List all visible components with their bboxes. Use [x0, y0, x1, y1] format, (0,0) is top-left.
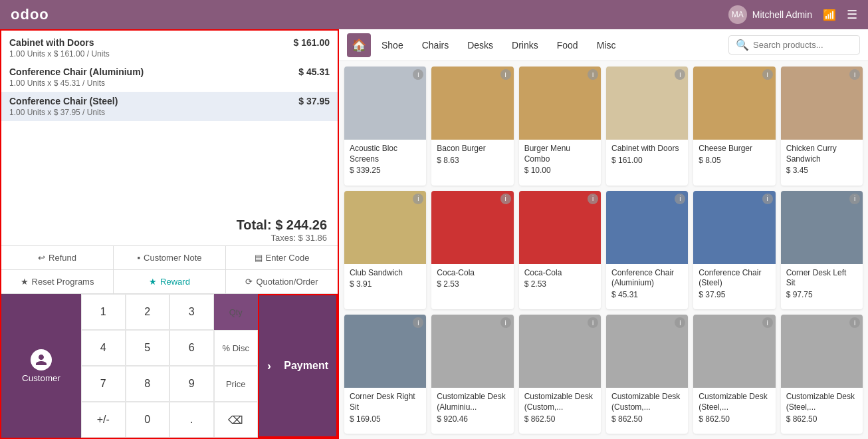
- backspace-button[interactable]: ⌫: [214, 402, 259, 438]
- product-info-badge[interactable]: i: [500, 194, 511, 204]
- num-4[interactable]: 4: [81, 330, 126, 366]
- product-card[interactable]: i Customizable Desk (Custom,... $ 862.50: [519, 315, 601, 434]
- product-price: $ 37.95: [699, 290, 770, 299]
- right-panel: 🏠 Shoe Chairs Desks Drinks Food Misc 🔍 i…: [339, 29, 868, 439]
- quotation-order-button[interactable]: ⟳ Quotation/Order: [226, 270, 338, 293]
- num-2[interactable]: 2: [126, 294, 170, 330]
- product-info-badge[interactable]: i: [762, 317, 773, 328]
- product-name: Conference Chair (Steel): [699, 268, 770, 289]
- product-card[interactable]: i Conference Chair (Aluminium) $ 45.31: [606, 191, 688, 310]
- category-drinks[interactable]: Drinks: [504, 36, 546, 55]
- num-9[interactable]: 9: [169, 366, 214, 402]
- category-chairs[interactable]: Chairs: [414, 36, 457, 55]
- order-item[interactable]: Conference Chair (Aluminium) $ 45.31 1.0…: [1, 63, 338, 92]
- user-menu[interactable]: MA Mitchell Admin: [728, 5, 812, 24]
- num-plusminus[interactable]: +/-: [81, 402, 126, 438]
- main-area: Cabinet with Doors $ 161.00 1.00 Units x…: [0, 29, 868, 439]
- product-info: Conference Chair (Aluminium) $ 45.31: [606, 264, 688, 303]
- price-button[interactable]: Price: [214, 366, 259, 402]
- product-info-badge[interactable]: i: [849, 194, 860, 204]
- wifi-icon: 📶: [823, 9, 836, 21]
- hamburger-menu-icon[interactable]: ☰: [847, 7, 857, 22]
- num-6[interactable]: 6: [169, 330, 214, 366]
- reset-programs-button[interactable]: ★ Reset Programs: [1, 270, 113, 293]
- product-name: Coca-Cola: [524, 268, 596, 279]
- order-item[interactable]: Conference Chair (Steel) $ 37.95 1.00 Un…: [1, 92, 338, 121]
- num-7[interactable]: 7: [81, 366, 126, 402]
- customer-label: Customer: [22, 373, 60, 383]
- num-0[interactable]: 0: [126, 402, 170, 438]
- products-grid: i Acoustic Bloc Screens $ 339.25 i Bacon…: [339, 61, 868, 439]
- customer-note-button[interactable]: ▪ Customer Note: [114, 246, 225, 269]
- product-info-badge[interactable]: i: [413, 194, 423, 204]
- quotation-label: Quotation/Order: [256, 277, 318, 287]
- reward-button[interactable]: ★ Reward: [114, 270, 225, 293]
- product-info-badge[interactable]: i: [849, 69, 860, 80]
- numpad-area: Customer 1 2 3 Qty 4 5 6 % Disc 7 8 9 Pr…: [1, 293, 338, 438]
- refund-icon: ↩: [38, 253, 45, 263]
- product-card[interactable]: i Acoustic Bloc Screens $ 339.25: [344, 67, 426, 186]
- num-5[interactable]: 5: [126, 330, 170, 366]
- enter-code-button[interactable]: ▤ Enter Code: [226, 246, 338, 269]
- customer-button[interactable]: Customer: [1, 294, 81, 438]
- order-item-name: Cabinet with Doors: [9, 37, 94, 48]
- product-card[interactable]: i Corner Desk Right Sit $ 169.05: [344, 315, 426, 434]
- order-item-sub: 1.00 Units x $ 161.00 / Units: [9, 49, 330, 59]
- search-area[interactable]: 🔍: [728, 35, 860, 55]
- reward-star-icon: ★: [149, 277, 157, 287]
- product-info-badge[interactable]: i: [500, 69, 511, 80]
- qty-button[interactable]: Qty: [214, 294, 259, 330]
- product-card[interactable]: i Burger Menu Combo $ 10.00: [519, 67, 601, 186]
- product-card[interactable]: i Customizable Desk (Steel,... $ 862.50: [781, 315, 863, 434]
- product-card[interactable]: i Coca-Cola $ 2.53: [519, 191, 601, 310]
- product-card[interactable]: i Chicken Curry Sandwich $ 3.45: [781, 67, 863, 186]
- product-card[interactable]: i Club Sandwich $ 3.91: [344, 191, 426, 310]
- product-info-badge[interactable]: i: [762, 194, 773, 204]
- product-card[interactable]: i Customizable Desk (Aluminiu... $ 920.4…: [431, 315, 513, 434]
- product-card[interactable]: i Cheese Burger $ 8.05: [693, 67, 775, 186]
- product-info-badge[interactable]: i: [675, 194, 685, 204]
- product-name: Customizable Desk (Aluminiu...: [437, 392, 508, 412]
- order-item-name: Conference Chair (Steel): [9, 96, 118, 106]
- product-info-badge[interactable]: i: [588, 194, 598, 204]
- product-card[interactable]: i Coca-Cola $ 2.53: [431, 191, 513, 310]
- order-item-sub: 1.00 Units x $ 37.95 / Units: [9, 108, 330, 117]
- category-food[interactable]: Food: [549, 36, 586, 55]
- product-price: $ 339.25: [350, 166, 421, 175]
- category-shoe[interactable]: Shoe: [374, 36, 411, 55]
- product-info-badge[interactable]: i: [500, 317, 511, 328]
- product-info-badge[interactable]: i: [588, 69, 598, 80]
- product-card[interactable]: i Corner Desk Left Sit $ 97.75: [781, 191, 863, 310]
- product-card[interactable]: i Bacon Burger $ 8.63: [431, 67, 513, 186]
- product-name: Coca-Cola: [437, 268, 508, 279]
- category-misc[interactable]: Misc: [589, 36, 624, 55]
- num-8[interactable]: 8: [126, 366, 170, 402]
- product-price: $ 2.53: [437, 279, 508, 289]
- product-info-badge[interactable]: i: [762, 69, 773, 80]
- num-dot[interactable]: .: [169, 402, 214, 438]
- action-buttons: ↩ Refund ▪ Customer Note ▤ Enter Code ★ …: [1, 245, 338, 293]
- product-name: Corner Desk Right Sit: [350, 392, 421, 412]
- enter-code-label: Enter Code: [266, 253, 310, 263]
- product-price: $ 8.63: [437, 156, 508, 165]
- product-price: $ 862.50: [699, 414, 770, 424]
- product-info: Coca-Cola $ 2.53: [431, 264, 513, 293]
- payment-button[interactable]: › Payment: [259, 295, 336, 436]
- product-price: $ 920.46: [437, 414, 508, 424]
- product-card[interactable]: i Conference Chair (Steel) $ 37.95: [693, 191, 775, 310]
- num-1[interactable]: 1: [81, 294, 126, 330]
- search-input[interactable]: [753, 40, 853, 50]
- disc-button[interactable]: % Disc: [214, 330, 259, 366]
- home-category-button[interactable]: 🏠: [347, 33, 371, 57]
- product-card[interactable]: i Customizable Desk (Steel,... $ 862.50: [693, 315, 775, 434]
- product-name: Bacon Burger: [437, 144, 508, 154]
- order-item-total: $ 45.31: [298, 67, 330, 77]
- product-price: $ 97.75: [786, 290, 857, 299]
- num-3[interactable]: 3: [169, 294, 214, 330]
- refund-button[interactable]: ↩ Refund: [1, 246, 113, 269]
- numpad: 1 2 3 Qty 4 5 6 % Disc 7 8 9 Price +/- 0…: [81, 294, 258, 438]
- product-card[interactable]: i Customizable Desk (Custom,... $ 862.50: [606, 315, 688, 434]
- category-desks[interactable]: Desks: [459, 36, 501, 55]
- product-card[interactable]: i Cabinet with Doors $ 161.00: [606, 67, 688, 186]
- order-item[interactable]: Cabinet with Doors $ 161.00 1.00 Units x…: [1, 33, 338, 63]
